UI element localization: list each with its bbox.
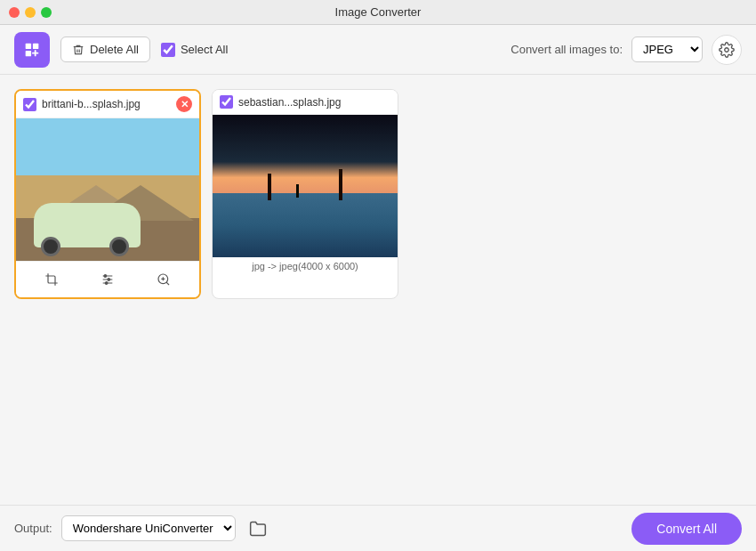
card-checkbox[interactable] [220, 95, 233, 109]
close-button[interactable] [9, 7, 20, 18]
delete-all-button[interactable]: Delete All [60, 36, 150, 62]
card-filename: sebastian...splash.jpg [238, 96, 390, 109]
toolbar-right: Convert all images to: JPEG PNG WEBP BMP… [511, 35, 742, 65]
card-filename: brittani-b...splash.jpg [42, 98, 171, 110]
sliders-icon [101, 272, 115, 287]
trash-icon [72, 44, 84, 56]
output-location-select[interactable]: Wondershare UniConverter Custom folder… [61, 515, 236, 541]
card-actions [16, 261, 199, 297]
select-all-label[interactable]: Select All [161, 43, 228, 57]
card-image-lake [213, 115, 398, 257]
car-wheel-left [41, 237, 60, 256]
add-image-button[interactable] [14, 32, 50, 68]
minimize-button[interactable] [25, 7, 36, 18]
select-all-checkbox[interactable] [161, 43, 175, 57]
folder-icon [249, 520, 267, 538]
app-title: Image Converter [335, 5, 422, 19]
content-area: brittani-b...splash.jpg ✕ [0, 75, 756, 505]
card-header: sebastian...splash.jpg [213, 90, 398, 115]
conversion-info: jpg -> jpeg(4000 x 6000) [252, 261, 358, 271]
convert-all-button[interactable]: Convert All [631, 513, 742, 545]
browse-folder-button[interactable] [245, 515, 271, 542]
svg-point-8 [108, 279, 110, 281]
svg-rect-2 [26, 50, 31, 55]
svg-point-3 [725, 47, 729, 52]
image-card: brittani-b...splash.jpg ✕ [14, 89, 201, 299]
toolbar: Delete All Select All Convert all images… [0, 25, 756, 75]
svg-rect-1 [33, 43, 38, 48]
lake-tree-left [268, 174, 271, 200]
card-image-car [16, 118, 199, 261]
title-bar: Image Converter [0, 0, 756, 25]
svg-point-7 [104, 275, 107, 278]
settings-button[interactable] [712, 35, 742, 65]
delete-all-label: Delete All [90, 43, 139, 56]
lake-figure [296, 184, 299, 198]
image-card: sebastian...splash.jpg jpg -> jpeg(4000 … [212, 89, 398, 299]
svg-rect-0 [26, 43, 31, 48]
zoom-icon [157, 272, 171, 287]
card-footer: jpg -> jpeg(4000 x 6000) [213, 257, 398, 275]
format-select[interactable]: JPEG PNG WEBP BMP TIFF [631, 36, 703, 62]
card-checkbox[interactable] [23, 98, 36, 111]
settings-card-button[interactable] [90, 267, 125, 292]
maximize-button[interactable] [41, 7, 52, 18]
output-label: Output: [14, 522, 52, 535]
lake-water [213, 193, 398, 257]
select-all-text: Select All [181, 43, 228, 56]
search-image-button[interactable] [146, 267, 181, 292]
crop-icon [44, 272, 59, 287]
car-wheel-right [109, 237, 129, 256]
settings-icon [719, 42, 735, 58]
svg-line-11 [166, 282, 169, 285]
crop-button[interactable] [34, 267, 69, 292]
card-header: brittani-b...splash.jpg ✕ [16, 91, 199, 118]
svg-point-9 [105, 282, 108, 285]
card-close-button[interactable]: ✕ [176, 96, 192, 112]
lake-tree-right [339, 169, 342, 200]
bottom-bar: Output: Wondershare UniConverter Custom … [0, 505, 756, 551]
traffic-lights [9, 7, 52, 18]
add-icon [22, 40, 42, 60]
convert-label: Convert all images to: [511, 43, 623, 56]
lake-sky [213, 115, 398, 193]
